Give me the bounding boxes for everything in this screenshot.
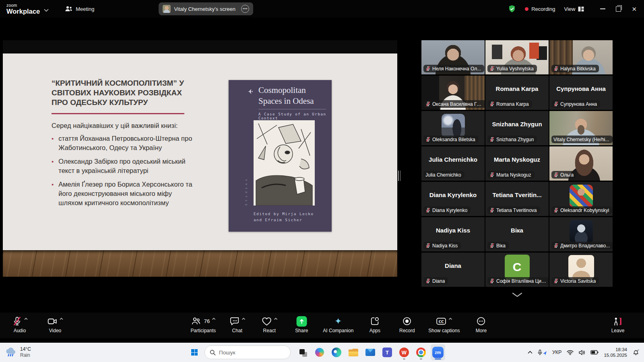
chevron-up-icon[interactable] <box>242 318 245 320</box>
participants-gallery: Неля Наконечна Ол...Yuliia VyshnytskaHal… <box>421 40 613 287</box>
tab-meeting[interactable]: Meeting <box>65 6 94 12</box>
slide-bullet: •стаття Йоханана Петровського-Штерна про… <box>52 134 196 152</box>
chevron-up-icon[interactable] <box>449 318 452 320</box>
participant-name-label: Ольга <box>551 171 577 179</box>
participant-name-label: Yuliia Vyshnytska <box>487 65 537 72</box>
participant-display-name: Diana <box>421 262 485 269</box>
wifi-icon[interactable] <box>567 350 574 355</box>
taskbar-app-chrome[interactable] <box>414 344 428 360</box>
participant-tile[interactable]: Romana KarpaRomana Karpa <box>485 76 549 110</box>
tab-screen-share[interactable]: Vitaly Chernetsky's screen ••• <box>159 2 253 15</box>
participant-tile[interactable]: Tetiana Tveritin...Tetiana Tveritinova <box>485 182 549 216</box>
avatar <box>163 5 171 13</box>
chevron-up-icon[interactable] <box>60 318 63 320</box>
workspace-chevron-down-icon[interactable] <box>44 9 49 12</box>
taskbar-search[interactable]: Пошук <box>204 346 291 359</box>
window-restore-button[interactable] <box>616 6 621 12</box>
tray-chevron-up-icon[interactable] <box>528 351 533 354</box>
more-button[interactable]: More <box>470 316 492 333</box>
participant-tile[interactable]: Oleksandr Kobylynskyi <box>549 182 613 216</box>
recording-indicator[interactable]: Recording <box>525 6 555 12</box>
toolbar-left-group: AudioVideo <box>9 316 66 333</box>
participant-tile[interactable]: Julia ChernichkoJulia Chernichko <box>421 146 485 181</box>
bullet-text: Олександр Забірко про одеський міський т… <box>58 157 196 175</box>
participant-name-label: Marta Nyskoguz <box>487 171 535 179</box>
taskbar-app-zoom[interactable]: zm <box>431 344 445 360</box>
audio-button[interactable]: Audio <box>9 316 31 333</box>
pane-resize-handle[interactable] <box>398 171 401 181</box>
book-title-rule <box>258 109 326 109</box>
leave-button[interactable]: Leave <box>607 316 629 333</box>
muted-mic-icon <box>489 172 495 177</box>
heart-icon <box>261 316 272 327</box>
taskbar-app-edge[interactable] <box>329 344 344 360</box>
participant-tile[interactable]: Дмитро Владиславо... <box>549 217 613 251</box>
muted-mic-icon <box>553 208 559 213</box>
participant-avatar-initial: C <box>505 255 530 280</box>
notification-bell-icon[interactable]: zz <box>632 349 639 356</box>
bullet-text: Амелія Ґлезер про Бориса Херсонського та… <box>58 180 196 208</box>
taskbar-app-wps-office[interactable]: W <box>397 344 411 360</box>
muted-mic-icon <box>489 278 495 284</box>
react-button[interactable]: React <box>258 316 280 333</box>
chevron-up-icon[interactable] <box>212 318 215 320</box>
zoom-app-icon: zm <box>432 347 444 358</box>
view-button[interactable]: View <box>564 6 584 12</box>
participant-tile[interactable]: Halyna Bitkivska <box>549 40 613 74</box>
participant-tile[interactable]: Супрунова АннаСупрунова Анна <box>549 76 613 110</box>
window-close-button[interactable]: ✕ <box>632 6 637 12</box>
taskbar-weather-widget[interactable]: 14°C Rain <box>5 346 57 358</box>
participant-tile[interactable]: Yuliia Vyshnytska <box>485 40 549 74</box>
taskbar-app-file-explorer[interactable] <box>346 344 361 360</box>
participant-tile[interactable]: Nadiya KissNadiya Kiss <box>421 217 485 251</box>
participant-tile[interactable]: CСофія Віталіївна Циб... <box>485 253 549 287</box>
participant-tile[interactable]: Snizhana ZhygunSnizhana Zhygun <box>485 111 549 145</box>
taskbar-apps: TWzm <box>295 344 445 360</box>
chevron-up-icon[interactable] <box>274 318 277 320</box>
participant-tile[interactable]: Неля Наконечна Ол... <box>421 40 485 74</box>
search-highlight-image[interactable] <box>272 346 290 358</box>
taskbar-app-task-view[interactable] <box>295 344 310 360</box>
participant-name-label: Halyna Bitkivska <box>551 65 599 72</box>
battery-icon[interactable] <box>590 350 599 355</box>
toolbar-leave-group: Leave <box>607 316 629 333</box>
chevron-up-icon[interactable] <box>24 318 28 320</box>
share-button[interactable]: Share <box>291 316 312 333</box>
ai-label: AI Companion <box>323 328 353 333</box>
participant-tile[interactable]: DianaDiana <box>421 253 485 287</box>
participant-tile[interactable]: Оксана Василівна Га... <box>421 76 485 110</box>
participants-button[interactable]: 76Participants <box>191 316 216 333</box>
ai-button[interactable]: ✦✦AI Companion <box>323 316 353 333</box>
volume-icon[interactable] <box>579 350 585 355</box>
participant-name-label: Snizhana Zhygun <box>487 136 537 143</box>
record-button[interactable]: Record <box>396 316 418 333</box>
tray-language[interactable]: УКР <box>552 350 562 355</box>
gallery-scroll-down-button[interactable] <box>421 290 613 299</box>
start-button[interactable] <box>188 346 201 359</box>
participant-tile[interactable]: Vitaly Chernetsky (He/hi... <box>549 111 613 145</box>
taskbar-app-mail[interactable] <box>363 344 378 360</box>
muted-mic-icon <box>489 208 495 213</box>
participant-tile[interactable]: Marta NyskoguzMarta Nyskoguz <box>485 146 549 181</box>
participant-display-name: Diana Kyrylenko <box>421 191 485 198</box>
participant-tile[interactable]: Oleksandra Biletska <box>421 111 485 145</box>
participant-tile[interactable]: Victoria Savitska <box>549 253 613 287</box>
tray-clock[interactable]: 18:34 15.05.2025 <box>604 347 627 358</box>
more-label: More <box>476 328 487 333</box>
security-shield-icon[interactable] <box>508 5 516 13</box>
participant-tile[interactable]: ВікаВіка <box>485 217 549 251</box>
tray-mic-location-icon[interactable] <box>538 350 547 356</box>
window-minimize-button[interactable] <box>600 8 605 9</box>
captions-button[interactable]: CCShow captions <box>428 316 460 333</box>
taskbar-app-teams[interactable]: T <box>380 344 394 360</box>
taskbar-app-copilot[interactable] <box>312 344 327 360</box>
participant-tile[interactable]: Ольга <box>549 146 613 181</box>
participant-tile[interactable]: Diana KyrylenkoDiana Kyrylenko <box>421 182 485 216</box>
participant-name-label: Oleksandra Biletska <box>423 136 479 143</box>
tab-options-ellipsis-icon[interactable]: ••• <box>241 5 249 13</box>
participant-name-label: Romana Karpa <box>487 100 532 108</box>
chrome-icon <box>416 348 426 357</box>
chat-button[interactable]: Chat <box>226 316 248 333</box>
apps-button[interactable]: Apps <box>364 316 386 333</box>
video-button[interactable]: Video <box>44 316 66 333</box>
